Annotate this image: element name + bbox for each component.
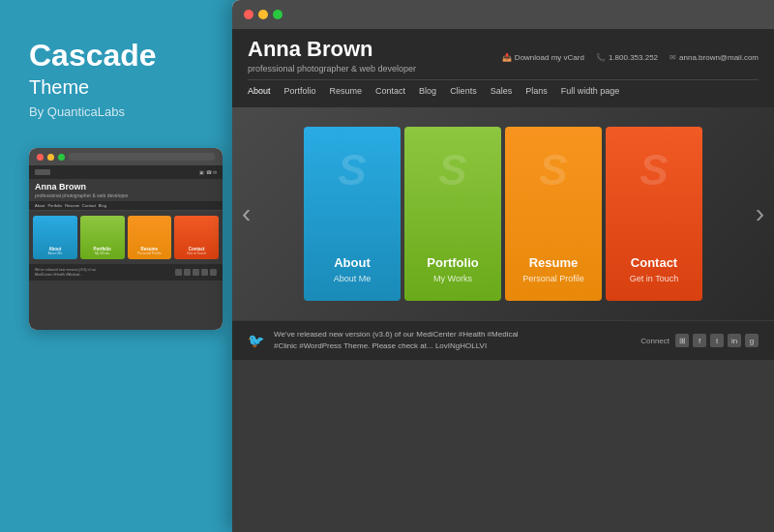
dot-red (37, 154, 44, 161)
large-dot-green (273, 10, 283, 19)
small-fb-icon (184, 269, 191, 276)
small-nav-about: About (35, 203, 45, 208)
footer-tweet-text: We've released new version (v3.6) of our… (274, 329, 631, 352)
card-title-resume: Resume (529, 255, 579, 270)
dot-yellow (47, 154, 54, 161)
email-icon: ✉ (670, 53, 676, 62)
small-meta-row: ▣ ☎ ✉ (199, 169, 217, 175)
small-social-icons (175, 269, 217, 276)
card-title-portfolio: Portfolio (427, 255, 478, 270)
carousel-left-arrow[interactable]: ‹ (232, 189, 260, 239)
large-dot-red (244, 10, 253, 19)
rss-icon[interactable]: ⊞ (675, 334, 689, 347)
footer-social-icons: ⊞ f t in g (675, 334, 759, 347)
theme-subtitle: Theme (29, 76, 203, 99)
small-rss-icon (175, 269, 182, 276)
small-card-contact: Contact Get in Touch (174, 216, 219, 259)
small-browser-preview: ▣ ☎ ✉ Anna Brown professional photograph… (29, 148, 223, 330)
dot-green (58, 154, 65, 161)
left-panel: Cascade Theme By QuanticaLabs ▣ ☎ ✉ Anna… (0, 0, 232, 532)
hero-card-contact[interactable]: S Contact Get in Touch (606, 127, 702, 301)
twitter-bird-icon: 🐦 (248, 333, 264, 348)
card-subtitle-resume: Personal Profile (522, 274, 584, 283)
site-nav: About Portfolio Resume Contact Blog Clie… (248, 79, 759, 102)
card-subtitle-contact: Get in Touch (630, 274, 678, 283)
large-browser-content: Anna Brown 📥 Download my vCard 📞 1.800.3… (232, 29, 774, 532)
small-nav-resume: Resume (65, 203, 79, 208)
card-subtitle-about: About Me (334, 274, 372, 283)
card-s-icon-about: S (338, 146, 366, 194)
large-browser-bar (232, 0, 774, 29)
small-browser-content: ▣ ☎ ✉ Anna Brown professional photograph… (29, 165, 223, 330)
small-tagline: professional photographer & web develope… (29, 192, 223, 201)
card-s-icon-resume: S (539, 146, 567, 194)
small-nav-portfolio: Portfolio (47, 203, 62, 208)
small-nav-blog: Blog (99, 203, 106, 208)
small-address-bar (69, 153, 215, 161)
nav-sales[interactable]: Sales (491, 86, 513, 96)
meta-email: ✉ anna.brown@mail.com (670, 53, 759, 62)
small-footer-text: We've released new version (v3.6) of our… (35, 268, 175, 277)
small-nav: About Portfolio Resume Contact Blog (29, 201, 223, 211)
footer-connect: Connect ⊞ f t in g (640, 334, 759, 347)
small-browser-bar (29, 148, 223, 165)
card-subtitle-portfolio: My Works (433, 274, 472, 283)
small-li-icon (201, 269, 208, 276)
large-dot-yellow (258, 10, 268, 19)
site-footer: 🐦 We've released new version (v3.6) of o… (232, 320, 774, 360)
site-header: Anna Brown 📥 Download my vCard 📞 1.800.3… (232, 29, 774, 107)
nav-plans[interactable]: Plans (525, 86, 548, 96)
hero-section: ‹ S About About Me S Portfolio My Works … (232, 107, 774, 320)
theme-by: By QuanticaLabs (29, 104, 203, 119)
nav-blog[interactable]: Blog (419, 86, 436, 96)
googleplus-icon[interactable]: g (745, 334, 759, 347)
nav-resume[interactable]: Resume (330, 86, 363, 96)
small-card-portfolio: Portfolio My Works (80, 216, 125, 259)
card-s-icon-portfolio: S (438, 146, 466, 194)
nav-contact[interactable]: Contact (375, 86, 405, 96)
small-nav-header: ▣ ☎ ✉ (29, 165, 223, 179)
small-site-name: Anna Brown (29, 179, 223, 192)
twitter-icon[interactable]: t (710, 334, 724, 347)
footer-tweet: We've released new version (v3.6) of our… (274, 329, 631, 352)
card-s-icon-contact: S (640, 146, 668, 194)
site-name-row: Anna Brown 📥 Download my vCard 📞 1.800.3… (248, 37, 759, 62)
small-logo-block (35, 169, 50, 175)
card-title-contact: Contact (631, 255, 677, 270)
nav-about[interactable]: About (248, 86, 271, 96)
small-tw-icon (193, 269, 199, 276)
phone-icon: 📞 (596, 53, 606, 62)
nav-portfolio[interactable]: Portfolio (284, 86, 316, 96)
small-card-about: About About Me (33, 216, 77, 259)
linkedin-icon[interactable]: in (728, 334, 741, 347)
large-browser: Anna Brown 📥 Download my vCard 📞 1.800.3… (232, 0, 774, 532)
meta-vcard: 📥 Download my vCard (502, 53, 584, 62)
small-nav-contact: Contact (82, 203, 96, 208)
small-gp-icon (210, 269, 217, 276)
site-name: Anna Brown (248, 37, 373, 62)
nav-clients[interactable]: Clients (450, 86, 477, 96)
theme-title: Cascade (29, 38, 157, 73)
site-meta: 📥 Download my vCard 📞 1.800.353.252 ✉ an… (502, 53, 759, 62)
cards-container: S About About Me S Portfolio My Works S … (270, 107, 736, 320)
facebook-icon[interactable]: f (693, 334, 706, 347)
vcard-icon: 📥 (502, 53, 512, 62)
hero-card-about[interactable]: S About About Me (304, 127, 401, 301)
small-cards: About About Me Portfolio My Works Resume… (29, 211, 223, 264)
meta-phone: 📞 1.800.353.252 (596, 53, 658, 62)
carousel-right-arrow[interactable]: › (746, 189, 774, 239)
connect-label: Connect (640, 337, 670, 345)
nav-fullwidth[interactable]: Full width page (561, 86, 620, 96)
small-card-resume: Resume Personal Profile (128, 216, 172, 259)
hero-card-portfolio[interactable]: S Portfolio My Works (404, 127, 501, 301)
hero-card-resume[interactable]: S Resume Personal Profile (505, 127, 602, 301)
card-title-about: About (334, 255, 371, 270)
small-footer: We've released new version (v3.6) of our… (29, 264, 223, 281)
site-tagline: professional photographer & web develope… (248, 64, 759, 74)
